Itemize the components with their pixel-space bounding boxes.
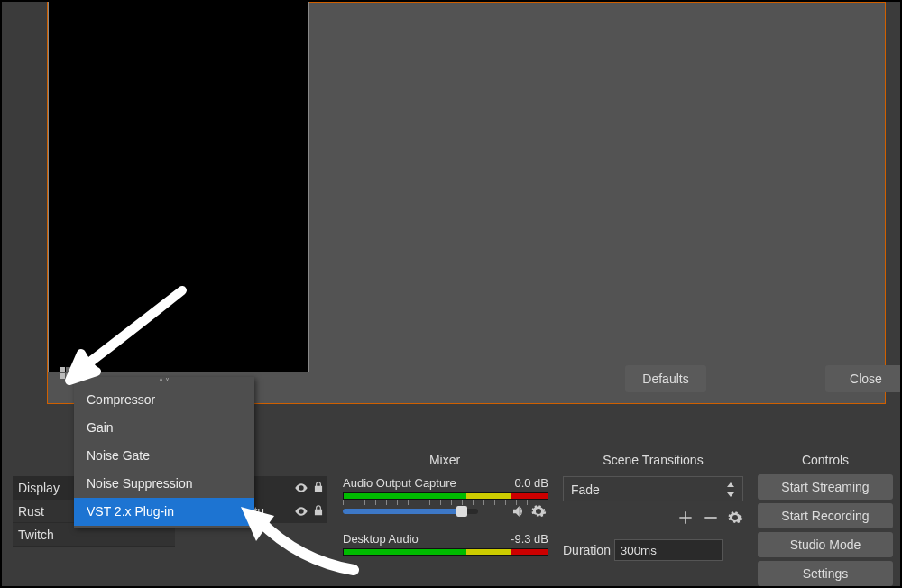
controls-header: Controls <box>758 447 893 473</box>
transition-select[interactable]: Fade <box>563 476 743 501</box>
mixer-channel-db: 0.0 dB <box>514 476 548 490</box>
defaults-button[interactable]: Defaults <box>625 365 706 392</box>
add-filter-context-menu: ˄ ˅ Compressor Gain Noise Gate Noise Sup… <box>74 377 254 528</box>
preview-area <box>48 0 309 372</box>
select-arrows-icon <box>724 481 737 499</box>
mixer-channel-db: -9.3 dB <box>511 532 548 546</box>
eye-icon[interactable] <box>294 481 308 495</box>
start-recording-button[interactable]: Start Recording <box>758 503 893 528</box>
menu-item-noise-gate[interactable]: Noise Gate <box>74 442 254 470</box>
plus-icon[interactable] <box>676 509 695 527</box>
controls-panel: Start Streaming Start Recording Studio M… <box>758 474 893 588</box>
lock-icon[interactable] <box>312 481 325 493</box>
minus-icon[interactable] <box>702 509 720 527</box>
menu-item-vst-plugin[interactable]: VST 2.x Plug-in <box>74 498 254 526</box>
volume-meter <box>343 548 548 556</box>
eye-icon[interactable] <box>294 504 308 519</box>
menu-scroll-up-icon[interactable]: ˄ ˅ <box>74 377 254 386</box>
transition-selected: Fade <box>571 482 600 497</box>
studio-mode-button[interactable]: Studio Mode <box>758 532 893 557</box>
volume-slider[interactable] <box>343 509 478 514</box>
filters-dialog: Defaults Close <box>47 2 886 404</box>
duration-input[interactable] <box>614 539 723 561</box>
gear-icon[interactable] <box>727 510 743 526</box>
mixer-channel: Desktop Audio -9.3 dB <box>339 532 552 572</box>
mixer-header: Mixer <box>337 447 552 473</box>
svg-rect-0 <box>704 517 716 519</box>
transitions-panel: Fade Duration <box>563 476 743 501</box>
speaker-icon[interactable] <box>511 503 527 519</box>
volume-meter <box>343 492 548 500</box>
mixer-channel: Audio Output Capture 0.0 dB <box>339 476 552 527</box>
lock-icon[interactable] <box>312 504 325 517</box>
settings-button[interactable]: Settings <box>758 561 893 586</box>
close-button[interactable]: Close <box>825 365 902 392</box>
mixer-channel-name: Audio Output Capture <box>343 476 456 490</box>
mixer-panel: Audio Output Capture 0.0 dB Desktop Audi… <box>339 476 552 577</box>
mixer-channel-name: Desktop Audio <box>343 532 419 546</box>
start-streaming-button[interactable]: Start Streaming <box>758 474 893 500</box>
gear-icon[interactable] <box>530 503 547 519</box>
duration-label: Duration <box>563 543 611 557</box>
transitions-header: Scene Transitions <box>563 447 743 473</box>
menu-item-compressor[interactable]: Compressor <box>74 386 254 414</box>
menu-item-gain[interactable]: Gain <box>74 414 254 442</box>
menu-item-noise-suppression[interactable]: Noise Suppression <box>74 470 254 498</box>
